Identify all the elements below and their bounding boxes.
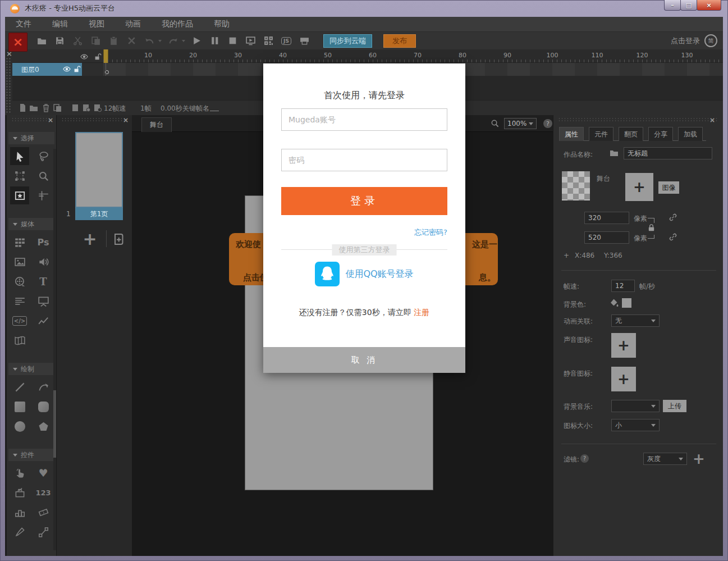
layer-row[interactable]: 图层0 xyxy=(12,63,82,76)
tool-photoshop-import[interactable]: Ps xyxy=(34,233,53,251)
playhead[interactable] xyxy=(103,49,108,63)
tab-share[interactable]: 分享 xyxy=(648,127,673,141)
bg-color-swatch[interactable] xyxy=(622,298,631,308)
timeline-ruler[interactable]: 10 20 30 40 50 60 70 80 90 100 110 120 1… xyxy=(103,49,723,63)
tab-loading[interactable]: 加载 xyxy=(678,127,703,141)
redo-dropdown-icon[interactable] xyxy=(182,40,185,42)
tool-image[interactable] xyxy=(10,253,29,271)
height-input[interactable] xyxy=(584,231,629,244)
tool-symbol[interactable] xyxy=(10,186,29,204)
open-button[interactable] xyxy=(35,34,48,48)
icon-size-select[interactable]: 小 xyxy=(611,419,660,431)
canvas-zoom-icon[interactable] xyxy=(491,119,499,130)
lock-column-icon[interactable] xyxy=(94,52,102,63)
stage-bg-swatch[interactable] xyxy=(562,171,590,200)
forgot-password-link[interactable]: 忘记密码? xyxy=(414,227,447,238)
cut-button[interactable] xyxy=(71,34,84,48)
copy-button[interactable] xyxy=(89,34,102,48)
menu-view[interactable]: 视图 xyxy=(89,19,104,29)
menu-animation[interactable]: 动画 xyxy=(125,19,141,29)
width-link-icon[interactable] xyxy=(669,213,677,224)
tool-panorama[interactable] xyxy=(10,331,29,349)
tool-ellipse[interactable] xyxy=(10,417,29,435)
layer-visibility-icon[interactable] xyxy=(63,65,71,75)
add-filter-button[interactable]: + xyxy=(693,451,705,466)
section-draw[interactable]: 绘制 xyxy=(8,363,54,375)
tool-transform[interactable] xyxy=(10,167,29,185)
close-button[interactable]: × xyxy=(697,0,721,11)
timeline-grip[interactable] xyxy=(6,57,12,113)
tool-polygon[interactable] xyxy=(34,417,53,435)
cancel-button[interactable]: 取 消 xyxy=(263,347,465,373)
qq-login-button[interactable]: 使用QQ账号登录 xyxy=(263,261,465,287)
tool-line[interactable] xyxy=(10,378,29,396)
sound-icon-add-button[interactable]: + xyxy=(611,333,636,358)
duplicate-layer-button[interactable] xyxy=(53,103,62,115)
tool-paragraph[interactable] xyxy=(10,292,29,310)
close-overlay-button[interactable]: × xyxy=(8,33,28,52)
tools-panel-close-button[interactable]: × xyxy=(48,117,53,124)
pause-button[interactable] xyxy=(208,34,221,48)
undo-dropdown-icon[interactable] xyxy=(158,40,162,42)
delete-layer-button[interactable] xyxy=(42,103,51,115)
bg-music-select[interactable] xyxy=(611,400,660,412)
insert-blank-keyframe-button[interactable] xyxy=(93,103,102,115)
tool-video[interactable] xyxy=(10,272,29,290)
mute-icon-add-button[interactable]: + xyxy=(611,367,636,391)
canvas-help-button[interactable]: ? xyxy=(543,119,552,128)
anim-link-select[interactable]: 无 xyxy=(611,314,660,327)
tool-rectangle[interactable] xyxy=(10,398,29,416)
widget-counter[interactable]: 123 xyxy=(34,484,53,501)
widget-vote[interactable] xyxy=(10,484,29,501)
tool-text[interactable]: T xyxy=(34,272,53,290)
password-input[interactable] xyxy=(281,149,447,171)
height-link-icon[interactable] xyxy=(669,232,677,244)
account-input[interactable] xyxy=(281,108,447,131)
layer-lock-icon[interactable] xyxy=(73,65,81,75)
tab-properties[interactable]: 属性 xyxy=(559,127,584,141)
device-export-button[interactable] xyxy=(297,34,311,48)
stage-tab[interactable]: 舞台 xyxy=(141,117,172,132)
widget-ranking[interactable] xyxy=(10,503,29,521)
menu-file[interactable]: 文件 xyxy=(16,19,31,29)
section-media[interactable]: 媒体 xyxy=(8,218,54,230)
language-switch-icon[interactable]: 简 xyxy=(704,34,717,47)
tab-paging[interactable]: 翻页 xyxy=(619,127,643,141)
tool-chart[interactable] xyxy=(34,312,53,330)
widget-like[interactable]: ♥ xyxy=(34,464,53,482)
tool-library[interactable] xyxy=(10,233,29,251)
widget-gesture[interactable] xyxy=(10,464,29,482)
login-link[interactable]: 点击登录 xyxy=(671,36,700,46)
duplicate-page-button[interactable] xyxy=(110,231,127,248)
upload-button[interactable]: 上传 xyxy=(663,400,686,412)
tool-selection-cursor[interactable] xyxy=(10,147,29,165)
new-layer-button[interactable] xyxy=(18,103,27,115)
keyframe-name-input[interactable] xyxy=(210,111,219,111)
widget-connector[interactable] xyxy=(34,523,53,541)
paste-button[interactable] xyxy=(107,34,120,48)
menu-my-works[interactable]: 我的作品 xyxy=(162,19,193,29)
widget-coupon[interactable] xyxy=(34,503,53,521)
section-widgets[interactable]: 控件 xyxy=(8,449,54,461)
js-button[interactable]: JS xyxy=(280,34,293,48)
delete-button[interactable] xyxy=(125,34,138,48)
undo-button[interactable] xyxy=(143,34,156,48)
paint-bucket-icon[interactable] xyxy=(610,298,619,309)
widget-brush[interactable] xyxy=(10,523,29,541)
page-label[interactable]: 第1页 xyxy=(75,208,123,220)
filter-help-icon[interactable]: ? xyxy=(580,454,589,463)
play-button[interactable] xyxy=(190,34,203,48)
maximize-button[interactable]: □ xyxy=(680,0,697,11)
visibility-column-icon[interactable] xyxy=(80,52,88,63)
register-link[interactable]: 注册 xyxy=(414,308,429,317)
tool-guides[interactable] xyxy=(34,186,53,204)
qrcode-button[interactable] xyxy=(262,34,275,48)
stage-image-add-button[interactable]: + xyxy=(625,173,653,201)
preview-button[interactable] xyxy=(244,34,257,48)
aspect-lock-icon[interactable] xyxy=(647,223,656,235)
tool-code[interactable]: </> xyxy=(10,312,29,330)
image-button[interactable]: 图像 xyxy=(658,181,679,194)
insert-keyframe-button[interactable] xyxy=(82,103,91,115)
redo-button[interactable] xyxy=(166,34,180,48)
tool-audio[interactable] xyxy=(34,253,53,271)
